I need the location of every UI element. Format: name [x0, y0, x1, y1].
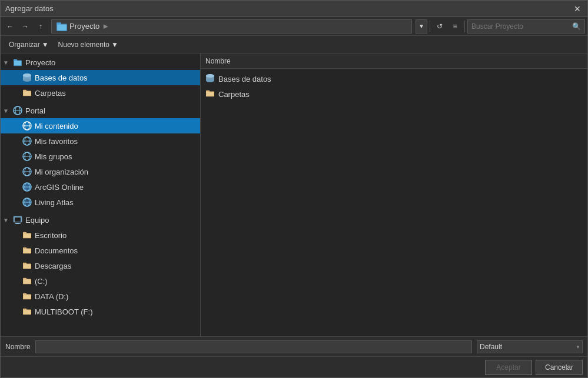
carpetas-proyecto-label: Carpetas	[35, 89, 66, 98]
mi-contenido-icon	[22, 121, 32, 131]
sidebar-item-living-atlas[interactable]: Living Atlas	[1, 195, 200, 210]
mi-organizacion-icon	[22, 166, 32, 177]
equipo-group[interactable]: ▼ Equipo	[1, 212, 200, 228]
f-drive-icon	[22, 306, 32, 317]
proyecto-section: ▼ Proyecto	[1, 53, 200, 102]
breadcrumb-folder-icon	[57, 21, 67, 32]
back-button[interactable]: ←	[3, 19, 17, 34]
equipo-expand-arrow: ▼	[3, 217, 12, 223]
svg-rect-48	[24, 264, 31, 268]
cancelar-button[interactable]: Cancelar	[536, 360, 583, 375]
breadcrumb-text: Proyecto	[69, 22, 99, 31]
mi-organizacion-label: Mi organización	[35, 168, 88, 176]
sidebar-item-bases-de-datos[interactable]: Bases de datos	[1, 70, 200, 85]
sidebar-item-d-drive[interactable]: DATA (D:)	[1, 289, 200, 304]
search-container: 🔍	[467, 19, 585, 34]
organizar-button[interactable]: Organizar ▼	[5, 39, 52, 51]
svg-rect-54	[24, 295, 31, 299]
escritorio-label: Escritorio	[35, 231, 67, 240]
d-drive-label: DATA (D:)	[35, 292, 68, 301]
sidebar-item-mis-favoritos[interactable]: Mis favoritos	[1, 133, 200, 149]
descargas-icon	[22, 260, 32, 271]
d-drive-icon	[22, 291, 32, 302]
nombre-label: Nombre	[5, 343, 31, 351]
bases-datos-icon	[22, 72, 32, 83]
right-carpetas-label: Carpetas	[218, 90, 250, 99]
mi-contenido-label: Mi contenido	[35, 122, 78, 131]
right-bases-datos-label: Bases de datos	[218, 75, 271, 83]
content-items: Bases de datos Carpetas	[201, 69, 587, 104]
search-icon: 🔍	[572, 22, 581, 31]
right-bases-datos-icon	[205, 73, 215, 85]
svg-rect-12	[24, 91, 31, 95]
proyecto-label: Proyecto	[25, 58, 55, 67]
proyecto-expand-arrow: ▼	[3, 59, 12, 66]
svg-rect-64	[207, 92, 214, 96]
nombre-column-header: Nombre	[205, 57, 231, 65]
search-input[interactable]	[471, 22, 572, 31]
nombre-input[interactable]	[35, 340, 472, 353]
sidebar-item-mi-contenido[interactable]: Mi contenido	[1, 118, 200, 133]
sidebar-item-c-drive[interactable]: (C:)	[1, 273, 200, 289]
bottom-nombre-bar: Nombre Default	[1, 336, 587, 356]
sidebar-item-documentos[interactable]: Documentos	[1, 243, 200, 258]
sidebar-item-escritorio[interactable]: Escritorio	[1, 228, 200, 243]
main-content: ▼ Proyecto	[1, 53, 587, 336]
aceptar-button[interactable]: Aceptar	[485, 360, 532, 375]
breadcrumb-dropdown-button[interactable]: ▼	[416, 19, 427, 34]
nuevo-elemento-button[interactable]: Nuevo elemento ▼	[55, 39, 122, 51]
portal-icon	[12, 105, 23, 116]
sidebar-item-mis-grupos[interactable]: Mis grupos	[1, 149, 200, 164]
separator-1	[430, 21, 430, 32]
svg-rect-45	[24, 249, 31, 253]
right-carpetas-icon	[205, 89, 215, 99]
content-panel: Nombre Bases de datos	[201, 53, 587, 336]
up-button[interactable]: ↑	[34, 19, 48, 34]
separator-2	[464, 21, 465, 32]
proyecto-group[interactable]: ▼ Proyecto	[1, 55, 200, 70]
title-bar: Agregar datos ✕	[1, 1, 587, 17]
equipo-section: ▼ Equipo	[1, 211, 200, 320]
action-bar: Organizar ▼ Nuevo elemento ▼	[1, 36, 587, 53]
svg-rect-51	[24, 279, 31, 283]
close-button[interactable]: ✕	[572, 4, 583, 14]
buttons-bar: Aceptar Cancelar	[1, 356, 587, 377]
svg-rect-5	[14, 61, 21, 65]
nuevo-arrow: ▼	[111, 41, 118, 49]
organizar-label: Organizar	[9, 41, 40, 49]
documentos-label: Documentos	[35, 246, 78, 255]
mis-grupos-icon	[22, 151, 32, 162]
sidebar-item-f-drive[interactable]: MULTIBOOT (F:)	[1, 304, 200, 319]
documentos-icon	[22, 245, 32, 256]
tree-panel: ▼ Proyecto	[1, 53, 201, 336]
breadcrumb-path[interactable]: Proyecto ►	[51, 19, 412, 34]
descargas-label: Descargas	[35, 262, 71, 270]
list-item-carpetas[interactable]: Carpetas	[201, 86, 587, 102]
forward-button[interactable]: →	[18, 19, 32, 34]
refresh-button[interactable]: ↺	[433, 19, 447, 34]
nuevo-label: Nuevo elemento	[58, 41, 109, 49]
arcgis-online-label: ArcGIS Online	[35, 183, 84, 192]
carpetas-proyecto-icon	[22, 88, 32, 98]
sidebar-item-descargas[interactable]: Descargas	[1, 258, 200, 273]
portal-label: Portal	[25, 106, 45, 115]
breadcrumb-separator: ►	[102, 22, 109, 31]
mis-favoritos-label: Mis favoritos	[35, 137, 78, 146]
svg-rect-42	[24, 233, 31, 237]
list-item-bases-de-datos[interactable]: Bases de datos	[201, 71, 587, 86]
sidebar-item-mi-organizacion[interactable]: Mi organización	[1, 164, 200, 179]
sidebar-item-carpetas-proyecto[interactable]: Carpetas	[1, 85, 200, 101]
equipo-label: Equipo	[25, 216, 49, 225]
dialog-title: Agregar datos	[5, 4, 54, 13]
sidebar-item-arcgis-online[interactable]: ArcGIS Online	[1, 179, 200, 195]
content-header: Nombre	[201, 53, 587, 69]
default-select[interactable]: Default	[477, 340, 583, 353]
dialog-container: Agregar datos ✕ ← → ↑ Proyecto ► ▼ ↺ ≡ 🔍…	[0, 0, 588, 378]
mis-favoritos-icon	[22, 136, 32, 146]
sort-button[interactable]: ≡	[448, 19, 462, 34]
portal-group[interactable]: ▼ Portal	[1, 103, 200, 118]
escritorio-icon	[22, 230, 32, 240]
svg-point-9	[23, 73, 31, 77]
svg-point-61	[206, 74, 214, 78]
navigation-toolbar: ← → ↑ Proyecto ► ▼ ↺ ≡ 🔍	[1, 17, 587, 36]
